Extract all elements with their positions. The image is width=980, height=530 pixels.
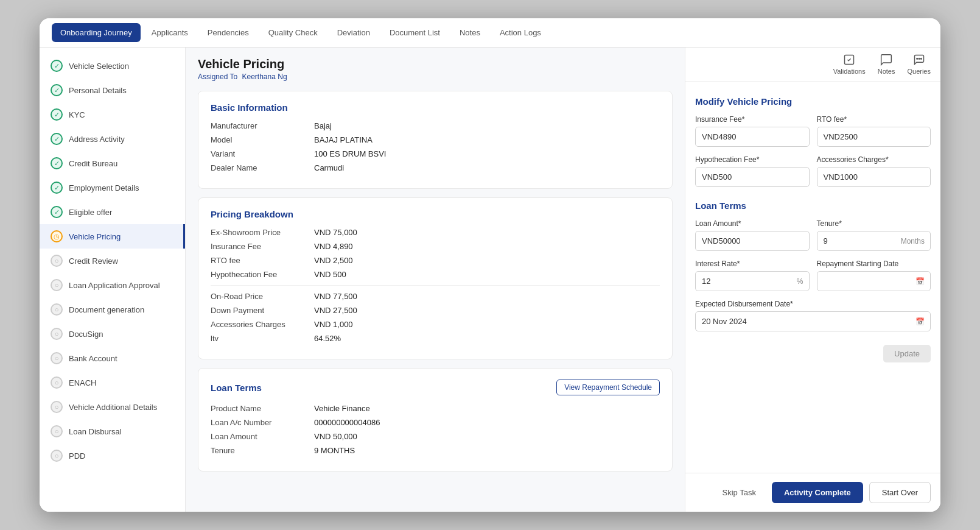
page-title: Vehicle Pricing: [198, 57, 673, 71]
sidebar-label-documentGeneration: Document generation: [69, 305, 144, 314]
sidebar-label-creditBureau: Credit Bureau: [69, 159, 117, 168]
row-label: Hypothecation Fee: [211, 270, 314, 279]
repayment-date-input[interactable]: [817, 271, 931, 291]
table-row: Hypothecation FeeVND 500: [211, 270, 660, 279]
update-button[interactable]: Update: [883, 345, 931, 362]
sidebar-item-personalDetails[interactable]: ✓Personal Details: [40, 78, 185, 102]
row-value: Vehicle Finance: [314, 404, 370, 413]
row-value: VND 1,000: [314, 320, 353, 329]
loan-terms-card-title: Loan Terms: [211, 383, 262, 393]
table-row: Loan A/c Number000000000004086: [211, 418, 660, 427]
disbursement-date-group: Expected Disbursement Date* 📅: [695, 300, 931, 331]
interest-rate-input[interactable]: [695, 271, 810, 291]
sidebar-item-kyc[interactable]: ✓KYC: [40, 102, 185, 127]
sidebar-item-docuSign[interactable]: ○DocuSign: [40, 322, 185, 346]
sidebar-icon-vehicleSelection: ✓: [51, 60, 63, 72]
nav-tab-applicants[interactable]: Applicants: [143, 23, 197, 42]
validations-icon-btn[interactable]: Validations: [833, 54, 866, 75]
sidebar-label-employmentDetails: Employment Details: [69, 183, 139, 193]
rto-fee-input[interactable]: [817, 127, 931, 147]
nav-tab-qualityCheck[interactable]: Quality Check: [260, 23, 326, 42]
pricing-breakdown-rows: Ex-Showroom PriceVND 75,000Insurance Fee…: [211, 228, 660, 343]
queries-icon-btn[interactable]: Queries: [907, 54, 931, 75]
loan-terms-row1: Loan Amount* Tenure* Months: [695, 219, 931, 260]
sidebar-icon-vehiclePricing: ◷: [51, 230, 63, 242]
interest-rate-suffix: %: [797, 277, 803, 286]
main-layout: ✓Vehicle Selection✓Personal Details✓KYC✓…: [40, 48, 940, 512]
loan-terms-form-title: Loan Terms: [695, 200, 931, 211]
insurance-fee-group: Insurance Fee*: [695, 115, 810, 147]
row-value: VND 77,500: [314, 292, 357, 301]
sidebar-item-vehicleSelection[interactable]: ✓Vehicle Selection: [40, 54, 185, 78]
sidebar-label-eligibleOffer: Eligible offer: [69, 208, 112, 217]
calendar-icon-disbursement: 📅: [915, 317, 925, 326]
insurance-fee-input[interactable]: [695, 127, 810, 147]
sidebar-label-loanApplicationApproval: Loan Application Approval: [69, 281, 160, 290]
sidebar-label-pdd: PDD: [69, 451, 85, 461]
row-label: Insurance Fee: [211, 242, 314, 251]
sidebar-label-personalDetails: Personal Details: [69, 86, 127, 95]
sidebar-icon-loanDisbursal: ○: [51, 425, 63, 437]
hypothecation-fee-input[interactable]: [695, 167, 810, 187]
start-over-button[interactable]: Start Over: [869, 482, 931, 503]
disbursement-date-input[interactable]: [695, 311, 931, 331]
loan-amount-input[interactable]: [695, 231, 810, 251]
table-row: Variant100 ES DRUM BSVI: [211, 149, 660, 158]
sidebar-icon-addressActivity: ✓: [51, 133, 63, 145]
row-label: Ex-Showroom Price: [211, 228, 314, 237]
table-row: Tenure9 MONTHS: [211, 446, 660, 455]
sidebar-item-loanApplicationApproval[interactable]: ○Loan Application Approval: [40, 273, 185, 297]
activity-complete-button[interactable]: Activity Complete: [772, 482, 863, 503]
table-row: ltv64.52%: [211, 334, 660, 343]
nav-tab-deviation[interactable]: Deviation: [329, 23, 379, 42]
modify-pricing-row2: Hypothecation Fee* Accessories Charges*: [695, 155, 931, 196]
table-row: On-Road PriceVND 77,500: [211, 292, 660, 301]
row-label: On-Road Price: [211, 292, 314, 301]
disbursement-date-wrapper: 📅: [695, 311, 931, 331]
basic-info-title: Basic Information: [211, 102, 660, 113]
nav-tab-actionLogs[interactable]: Action Logs: [491, 23, 550, 42]
row-value: 100 ES DRUM BSVI: [314, 149, 387, 158]
row-value: Carmudi: [314, 163, 344, 172]
row-value: 000000000004086: [314, 418, 380, 427]
sidebar-item-bankAccount[interactable]: ○Bank Account: [40, 346, 185, 370]
sidebar-item-documentGeneration[interactable]: ○Document generation: [40, 297, 185, 322]
tenure-label: Tenure*: [817, 219, 931, 228]
loan-amount-label: Loan Amount*: [695, 219, 810, 228]
sidebar-item-enach[interactable]: ○ENACH: [40, 370, 185, 395]
tenure-suffix: Months: [901, 237, 925, 246]
row-value: VND 500: [314, 270, 346, 279]
pricing-breakdown-card: Pricing Breakdown Ex-Showroom PriceVND 7…: [198, 197, 673, 359]
tenure-input-wrapper: Months: [817, 231, 931, 251]
nav-tab-onboarding[interactable]: Onboarding Journey: [52, 23, 141, 42]
sidebar-item-vehiclePricing[interactable]: ◷Vehicle Pricing: [40, 224, 185, 249]
basic-info-rows: ManufacturerBajajModelBAJAJ PLATINAVaria…: [211, 121, 660, 172]
sidebar-item-employmentDetails[interactable]: ✓Employment Details: [40, 175, 185, 200]
notes-icon-btn[interactable]: Notes: [878, 54, 895, 75]
loan-amount-group: Loan Amount*: [695, 219, 810, 251]
loan-terms-rows: Product NameVehicle FinanceLoan A/c Numb…: [211, 404, 660, 455]
content-area: Vehicle Pricing Assigned To Keerthana Ng…: [186, 48, 685, 512]
skip-task-button[interactable]: Skip Task: [713, 482, 766, 503]
nav-tab-documentList[interactable]: Document List: [381, 23, 449, 42]
table-row: Insurance FeeVND 4,890: [211, 242, 660, 251]
row-value: VND 50,000: [314, 432, 357, 441]
nav-tab-pendencies[interactable]: Pendencies: [199, 23, 257, 42]
row-label: Dealer Name: [211, 163, 314, 172]
sidebar-item-creditReview[interactable]: ○Credit Review: [40, 249, 185, 273]
view-repayment-button[interactable]: View Repayment Schedule: [556, 380, 660, 395]
nav-tab-notes[interactable]: Notes: [451, 23, 489, 42]
table-row: Loan AmountVND 50,000: [211, 432, 660, 441]
sidebar-item-addressActivity[interactable]: ✓Address Activity: [40, 127, 185, 151]
sidebar-item-loanDisbursal[interactable]: ○Loan Disbursal: [40, 419, 185, 443]
sidebar-item-creditBureau[interactable]: ✓Credit Bureau: [40, 151, 185, 175]
row-value: Bajaj: [314, 121, 332, 130]
sidebar-label-vehicleSelection: Vehicle Selection: [69, 62, 129, 71]
sidebar-label-kyc: KYC: [69, 110, 85, 119]
sidebar-item-vehicleAdditionalDetails[interactable]: ○Vehicle Additional Details: [40, 395, 185, 419]
accessories-charges-input[interactable]: [817, 167, 931, 187]
sidebar-icon-loanApplicationApproval: ○: [51, 279, 63, 291]
row-label: Accessories Charges: [211, 320, 314, 329]
sidebar-item-pdd[interactable]: ○PDD: [40, 443, 185, 468]
sidebar-item-eligibleOffer[interactable]: ✓Eligible offer: [40, 200, 185, 224]
